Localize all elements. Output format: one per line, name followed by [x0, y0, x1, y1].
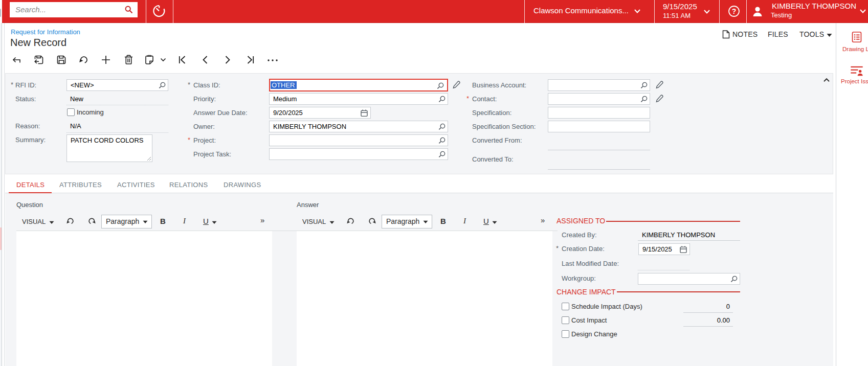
svg-text:?: ? — [732, 7, 737, 15]
